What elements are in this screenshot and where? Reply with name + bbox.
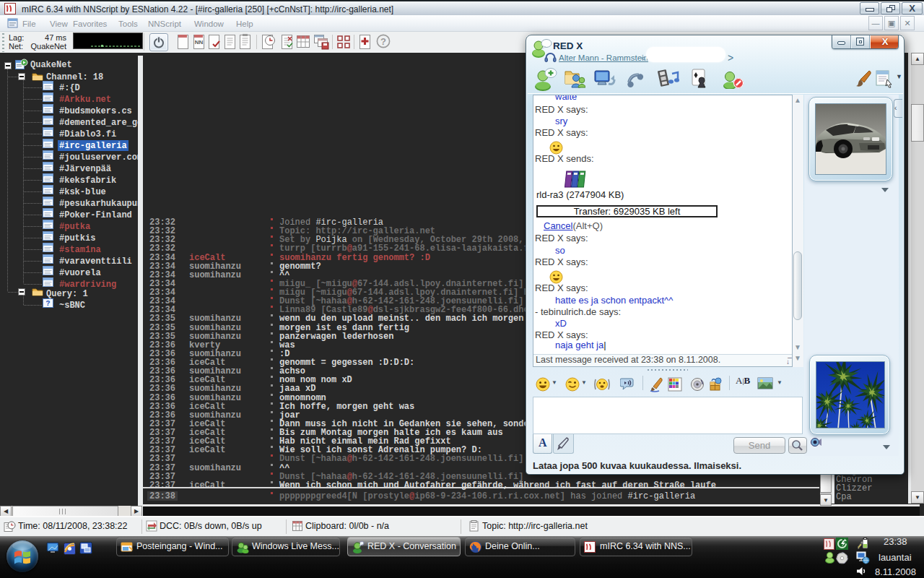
svg-text:?: ? (380, 36, 386, 47)
svg-text:?: ? (45, 300, 50, 308)
svg-text:NN: NN (195, 39, 204, 46)
